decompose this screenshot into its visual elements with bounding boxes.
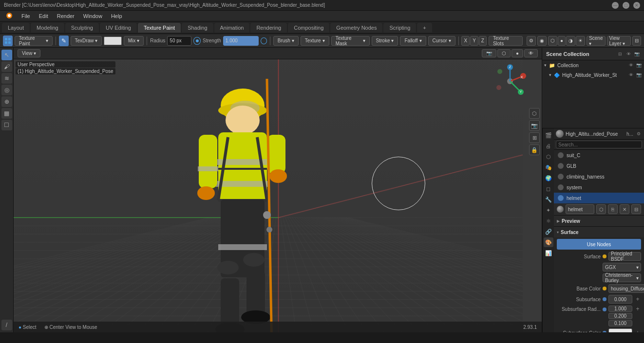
tab-geometry-nodes[interactable]: Geometry Nodes (330, 23, 382, 33)
mat-copy-btn[interactable]: ⬡ (596, 204, 606, 214)
minimize-button[interactable]: — (612, 2, 619, 9)
mix-dropdown[interactable]: Mix ▾ (124, 36, 144, 46)
menu-edit[interactable]: Edit (35, 12, 52, 20)
brush-dropdown[interactable]: TexDraw ▾ (71, 36, 102, 46)
object-visibility-btn[interactable]: 👁 (627, 72, 634, 78)
stroke-btn[interactable]: Stroke▾ (372, 36, 398, 46)
texture-slots-btn[interactable]: Texture Slots (489, 36, 523, 46)
tab-rendering[interactable]: Rendering (250, 23, 287, 33)
preview-section-header[interactable]: ▶ Preview (554, 216, 644, 226)
object-render-btn[interactable]: 📷 (635, 72, 642, 78)
tab-texture-paint[interactable]: Texture Paint (138, 23, 181, 33)
tool-clone[interactable]: ⊕ (1, 96, 12, 107)
viewport-render-btn[interactable]: ● (511, 49, 523, 57)
material-helmet[interactable]: helmet (554, 193, 644, 203)
filter-icon[interactable]: ⊟ (617, 51, 624, 57)
maximize-button[interactable]: □ (623, 2, 629, 9)
surface-type-dropdown[interactable]: Principled BSDF (608, 252, 641, 261)
subsurface-rad-plus[interactable]: + (634, 306, 641, 312)
menu-blender[interactable] (2, 11, 17, 21)
y-btn[interactable]: Y (470, 36, 478, 46)
props-modifier-icon[interactable]: 🔧 (544, 195, 553, 204)
props-particles-icon[interactable]: ✦ (544, 205, 553, 215)
subsurface-color-swatch[interactable] (608, 328, 632, 332)
material-shading-btn[interactable]: ◑ (566, 36, 575, 46)
base-color-value[interactable]: housing_Diffuse.png (608, 284, 644, 293)
filter-btn[interactable]: ⊟ (632, 36, 641, 46)
tool-soften[interactable]: ≋ (1, 73, 12, 84)
props-physics-icon[interactable]: ⚛ (544, 216, 553, 226)
material-icon-btn[interactable]: h... (626, 130, 633, 137)
settings-btn[interactable]: ⚙ (527, 36, 536, 46)
mat-paste-btn[interactable]: ⎘ (608, 204, 618, 214)
collection-render-btn[interactable]: 📷 (635, 62, 642, 69)
wire-shading-btn[interactable]: ⬡ (548, 36, 557, 46)
close-button[interactable]: ✕ (633, 2, 640, 9)
tab-layout[interactable]: Layout (2, 23, 30, 33)
props-view-layer-icon[interactable]: ⬡ (544, 152, 553, 162)
tab-uv-editing[interactable]: UV Editing (100, 23, 137, 33)
subsurface-rad-g[interactable]: 0.200 (608, 313, 632, 319)
use-nodes-btn[interactable]: Use Nodes (557, 239, 641, 250)
subsurface-method-dropdown[interactable]: Christensen-Burley ▾ (603, 273, 641, 282)
view-menu-btn[interactable]: View▾ (18, 49, 40, 57)
solid-shading-btn[interactable]: ● (558, 36, 566, 46)
props-scene-icon[interactable]: 🎭 (544, 162, 553, 172)
menu-render[interactable]: Render (53, 12, 78, 20)
props-object-icon[interactable]: ◻ (544, 184, 553, 194)
mat-delete-btn[interactable]: ✕ (620, 204, 629, 214)
menu-window[interactable]: Window (79, 12, 106, 20)
tab-sculpting[interactable]: Sculpting (65, 23, 99, 33)
radius-input[interactable] (167, 36, 191, 46)
material-system[interactable]: system (554, 182, 644, 193)
collection-visibility-btn[interactable]: 👁 (627, 62, 634, 69)
tab-add[interactable]: + (417, 23, 432, 33)
z-btn[interactable]: Z (479, 36, 487, 46)
viewport[interactable]: User Perspective (1) High_Altitude_Worke… (14, 59, 542, 332)
3d-gizmo[interactable]: X Y Z (493, 64, 527, 98)
props-render-icon[interactable]: 🎬 (544, 130, 553, 140)
props-world-icon[interactable]: 🌍 (544, 173, 553, 183)
tool-smear[interactable]: ◎ (1, 85, 12, 95)
render-shading-btn[interactable]: ☀ (576, 36, 585, 46)
cursor-btn[interactable]: Cursor▾ (428, 36, 455, 46)
distribution-dropdown[interactable]: GGX ▾ (603, 263, 641, 271)
falloff-btn[interactable]: Falloff▾ (400, 36, 426, 46)
brush-btn[interactable]: Brush▾ (273, 36, 299, 46)
subsurface-rad-b[interactable]: 0.100 (608, 320, 632, 326)
props-output-icon[interactable]: 🖨 (544, 141, 553, 151)
outliner-search-input[interactable] (556, 141, 642, 148)
viewport-visible-btn[interactable]: 👁 (524, 49, 538, 57)
outliner-object[interactable]: ▾ 🔷 High_Altitude_Worker_St 👁 📷 (542, 70, 644, 80)
viewport-camera-btn[interactable]: 📷 (482, 49, 496, 57)
menu-help[interactable]: Help (107, 12, 126, 20)
subsurface-rad-r[interactable]: 1.000 (608, 306, 632, 312)
material-suit-c[interactable]: suit_C (554, 150, 644, 161)
texture-btn[interactable]: Texture▾ (301, 36, 329, 46)
visibility-icon[interactable]: 👁 (625, 51, 632, 57)
active-mat-name-field[interactable]: helmet (566, 204, 594, 214)
tool-fill[interactable]: ▦ (1, 108, 12, 119)
props-data-icon[interactable]: 📊 (544, 248, 553, 258)
tool-mask[interactable]: ☐ (1, 120, 12, 130)
x-btn[interactable]: X (461, 36, 470, 46)
outliner-collection[interactable]: ▾ 📁 Collection 👁 📷 (542, 60, 644, 70)
tab-modeling[interactable]: Modeling (31, 23, 64, 33)
tab-compositing[interactable]: Compositing (288, 23, 329, 33)
texture-mask-btn[interactable]: Texture Mask▾ (331, 36, 370, 46)
material-climbing-harness[interactable]: climbing_harness (554, 171, 644, 182)
tab-animation[interactable]: Animation (214, 23, 250, 33)
menu-file[interactable]: File (18, 12, 34, 20)
material-settings-btn[interactable]: ⚙ (635, 130, 642, 137)
zoom-fit-btn[interactable]: ⬡ (529, 108, 540, 119)
camera-view-btn[interactable]: 📷 (529, 120, 540, 131)
props-constraints-icon[interactable]: 🔗 (544, 227, 553, 236)
mode-dropdown[interactable]: Texture Paint ▾ (15, 36, 53, 46)
overlay-btn[interactable]: ◉ (537, 36, 547, 46)
render-region-btn[interactable]: ⊞ (529, 132, 540, 143)
lock-btn[interactable]: 🔒 (529, 144, 540, 155)
props-material-icon[interactable]: 🎨 (544, 237, 553, 247)
tool-annotate[interactable]: / (1, 320, 12, 330)
mat-menu-btn[interactable]: ⊟ (631, 204, 641, 214)
tool-paint[interactable]: 🖌 (1, 61, 12, 72)
